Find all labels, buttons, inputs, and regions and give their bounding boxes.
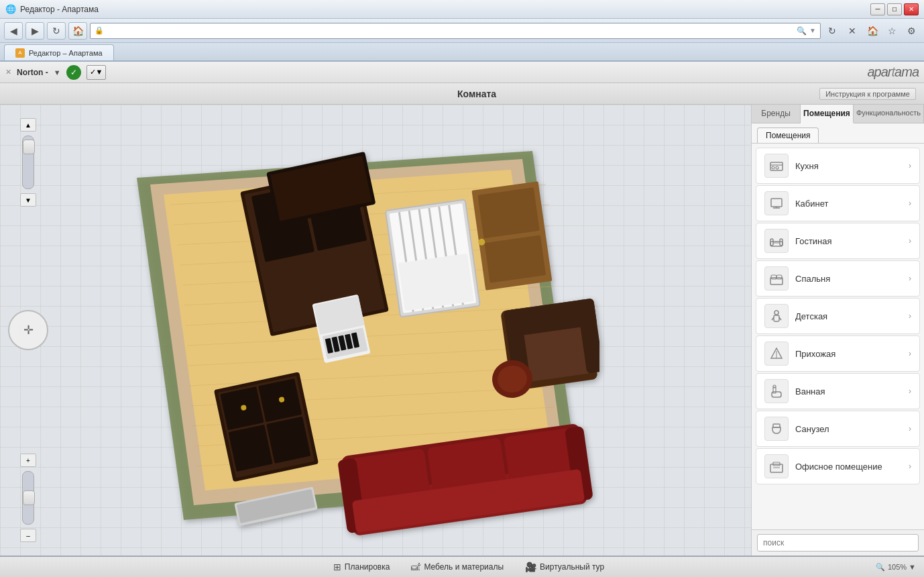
svg-rect-82 bbox=[776, 275, 782, 279]
bathroom-label: Ванная bbox=[795, 386, 909, 397]
close-button[interactable]: ✕ bbox=[904, 3, 919, 15]
svg-rect-77 bbox=[770, 239, 773, 246]
maximize-button[interactable]: □ bbox=[887, 3, 902, 15]
svg-rect-84 bbox=[774, 315, 779, 321]
zoom-slider-bottom[interactable] bbox=[22, 471, 34, 525]
list-item[interactable]: Кабинет › bbox=[756, 185, 920, 221]
svg-point-90 bbox=[773, 385, 776, 388]
zoom-slider-thumb-bottom[interactable] bbox=[23, 490, 35, 505]
norton-check-button[interactable]: ✓▼ bbox=[86, 65, 107, 80]
back-button[interactable]: ◀ bbox=[4, 22, 23, 40]
home-button[interactable]: 🏠 bbox=[68, 22, 87, 40]
zoom-slider-thumb-top[interactable] bbox=[23, 140, 35, 154]
list-item[interactable]: Гостиная › bbox=[756, 223, 920, 259]
list-item[interactable]: Кухня › bbox=[756, 148, 920, 184]
toilet-arrow-icon: › bbox=[909, 424, 911, 433]
pan-control[interactable]: ✛ bbox=[8, 310, 48, 350]
page-title: Комната bbox=[134, 89, 819, 99]
svg-rect-39 bbox=[477, 187, 539, 238]
nav-refresh-btn[interactable]: ↻ bbox=[823, 22, 841, 40]
panel-list: Кухня › Кабинет › Гостиная › bbox=[752, 144, 924, 529]
toilet-label: Санузел bbox=[795, 424, 909, 434]
kitchen-icon bbox=[764, 154, 789, 178]
zoom-slider-top[interactable] bbox=[22, 136, 34, 189]
apartama-logo: apartama bbox=[868, 64, 919, 80]
hallway-label: Прихожая bbox=[795, 349, 909, 359]
home-nav-icon[interactable]: 🏠 bbox=[864, 22, 881, 40]
room-svg bbox=[76, 117, 599, 540]
refresh-button[interactable]: ↻ bbox=[47, 22, 66, 40]
norton-label: Norton - bbox=[17, 68, 48, 77]
address-input[interactable]: http://apartama.ru/api/interier/edit/183… bbox=[107, 27, 794, 35]
bedroom-arrow-icon: › bbox=[909, 274, 911, 283]
left-controls: ▲ ▼ ✛ + – bbox=[8, 105, 48, 556]
living-arrow-icon: › bbox=[909, 236, 911, 246]
star-icon[interactable]: ☆ bbox=[883, 22, 901, 40]
list-item[interactable]: Спальня › bbox=[756, 260, 920, 297]
zoom-plus-button[interactable]: + bbox=[20, 454, 36, 467]
svg-rect-40 bbox=[485, 235, 546, 283]
living-label: Гостиная bbox=[795, 236, 909, 246]
zoom-dropdown-btn[interactable]: ▼ bbox=[909, 563, 916, 571]
canvas-area[interactable]: ▲ ▼ ✛ + – bbox=[0, 105, 751, 556]
list-item[interactable]: Санузел › bbox=[756, 411, 920, 447]
office-icon bbox=[764, 191, 789, 215]
nav-icons: 🏠 ☆ ⚙ bbox=[864, 22, 920, 40]
security-icon: 🔒 bbox=[95, 26, 104, 35]
toilet-icon bbox=[764, 417, 789, 441]
bedroom-icon bbox=[764, 266, 789, 291]
furniture-tool-button[interactable]: 🛋 Мебель и материалы bbox=[401, 558, 514, 576]
window-controls: ─ □ ✕ bbox=[870, 3, 919, 15]
layout-tool-button[interactable]: ⊞ Планировка bbox=[323, 558, 400, 576]
right-panel: Бренды Помещения Функциональность Помеще… bbox=[751, 105, 924, 556]
furniture-icon: 🛋 bbox=[411, 562, 420, 572]
search-icon: 🔍 bbox=[797, 26, 807, 36]
zoom-control-top: ▲ ▼ bbox=[8, 118, 48, 207]
subtab-rooms[interactable]: Помещения bbox=[757, 127, 819, 143]
minimize-button[interactable]: ─ bbox=[870, 3, 885, 15]
svg-point-72 bbox=[776, 166, 778, 169]
list-item[interactable]: Офисное помещение › bbox=[756, 448, 920, 484]
office-room-label: Офисное помещение bbox=[795, 462, 909, 472]
panel-search bbox=[752, 529, 924, 556]
svg-rect-78 bbox=[780, 239, 783, 246]
hallway-icon bbox=[764, 342, 789, 366]
tab-rooms[interactable]: Помещения bbox=[801, 105, 854, 123]
forward-button[interactable]: ▶ bbox=[25, 22, 44, 40]
kitchen-arrow-icon: › bbox=[909, 161, 911, 170]
list-item[interactable]: Прихожая › bbox=[756, 335, 920, 372]
furniture-label: Мебель и материалы bbox=[424, 562, 504, 572]
zoom-down-button[interactable]: ▼ bbox=[20, 193, 36, 207]
kitchen-label: Кухня bbox=[795, 161, 909, 171]
zoom-up-button[interactable]: ▲ bbox=[20, 118, 36, 132]
list-item[interactable]: Детская › bbox=[756, 298, 920, 334]
norton-close-btn[interactable]: ✕ bbox=[5, 68, 11, 76]
settings-icon[interactable]: ⚙ bbox=[903, 22, 920, 40]
tab-brands[interactable]: Бренды bbox=[752, 105, 801, 123]
tour-icon: 🎥 bbox=[525, 562, 536, 572]
nav-bar: ◀ ▶ ↻ 🏠 🔒 http://apartama.ru/api/interie… bbox=[0, 19, 924, 43]
bottom-toolbar: ⊞ Планировка 🛋 Мебель и материалы 🎥 Вирт… bbox=[0, 556, 924, 577]
nav-stop-btn[interactable]: ✕ bbox=[844, 22, 861, 40]
pan-arrows-icon: ✛ bbox=[23, 323, 34, 337]
tour-label: Виртуальный тур bbox=[540, 562, 604, 572]
instruction-button[interactable]: Инструкция к программе bbox=[819, 88, 916, 100]
address-bar[interactable]: 🔒 http://apartama.ru/api/interier/edit/1… bbox=[90, 23, 821, 39]
norton-shield-icon: ✓ bbox=[66, 65, 81, 80]
window-title: Редактор - Апартама bbox=[20, 5, 99, 14]
bottom-tools: ⊞ Планировка 🛋 Мебель и материалы 🎥 Вирт… bbox=[62, 558, 876, 576]
norton-dropdown-btn[interactable]: ▼ bbox=[54, 68, 61, 76]
zoom-minus-button[interactable]: – bbox=[20, 529, 36, 542]
search-input[interactable] bbox=[757, 534, 919, 552]
browser-tab[interactable]: A Редактор – Апартама bbox=[4, 44, 114, 60]
title-bar: 🌐 Редактор - Апартама ─ □ ✕ bbox=[0, 0, 924, 19]
office-room-arrow-icon: › bbox=[909, 462, 911, 471]
tab-functions[interactable]: Функциональность bbox=[854, 105, 924, 123]
app-area: Комната Инструкция к программе bbox=[0, 83, 924, 577]
app-main: ▲ ▼ ✛ + – bbox=[0, 105, 924, 556]
tab-label: Редактор – Апартама bbox=[29, 49, 103, 57]
tour-tool-button[interactable]: 🎥 Виртуальный тур bbox=[515, 558, 614, 576]
list-item[interactable]: Ванная › bbox=[756, 373, 920, 409]
panel-tabs: Бренды Помещения Функциональность bbox=[752, 105, 924, 123]
svg-point-83 bbox=[774, 311, 778, 315]
